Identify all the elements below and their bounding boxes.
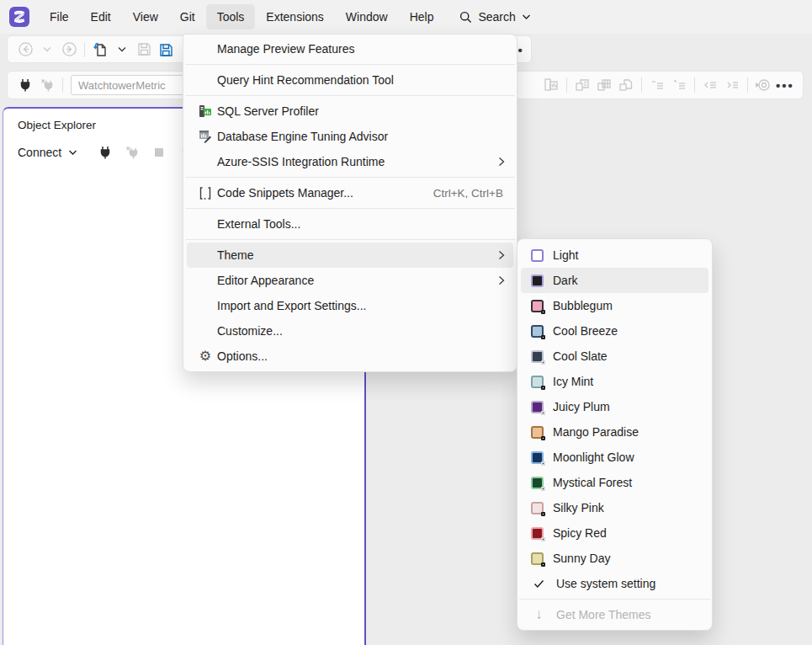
menu-item-editor-appearance[interactable]: Editor Appearance <box>187 268 513 293</box>
theme-item-moonlight-glow[interactable]: Moonlight Glow <box>521 445 709 470</box>
theme-item-mango-paradise[interactable]: Mango Paradise <box>521 419 709 445</box>
theme-item-silky-pink[interactable]: Silky Pink <box>521 495 709 520</box>
sql-profiler-icon <box>194 104 217 119</box>
theme-swatch-mango-paradise <box>531 426 544 439</box>
theme-item-dark[interactable]: Dark <box>521 268 709 293</box>
results-to-text-icon[interactable] <box>571 74 593 96</box>
theme-item-sunny-day[interactable]: Sunny Day <box>521 546 709 571</box>
menubar-item-window[interactable]: Window <box>335 4 399 29</box>
search-control[interactable]: Search <box>459 10 530 24</box>
theme-swatch-cool-breeze <box>531 325 544 338</box>
menu-item-database-engine-tuning-advisor[interactable]: Database Engine Tuning Advisor <box>187 124 513 149</box>
title-menu-bar: File Edit View Git Tools Extensions Wind… <box>0 0 812 34</box>
theme-item-spicy-red[interactable]: Spicy Red <box>521 520 709 546</box>
toolbar-overflow-button[interactable]: ••• <box>774 74 796 96</box>
oe-stop-icon[interactable] <box>148 141 170 163</box>
theme-swatch-spicy-red <box>531 527 544 540</box>
menu-item-manage-preview-features[interactable]: Manage Preview Features <box>187 36 513 61</box>
tools-menu: Manage Preview Features Query Hint Recom… <box>183 34 517 372</box>
menu-item-theme[interactable]: Theme <box>187 243 513 268</box>
increase-indent-icon[interactable] <box>721 74 743 96</box>
menu-separator <box>185 64 515 65</box>
menubar-item-help[interactable]: Help <box>399 4 445 29</box>
results-to-file-icon[interactable] <box>615 74 637 96</box>
menubar-item-view[interactable]: View <box>122 4 169 29</box>
theme-item-icy-mint[interactable]: Icy Mint <box>521 369 709 394</box>
template-parameters-icon[interactable] <box>752 74 774 96</box>
menu-separator <box>185 208 515 209</box>
theme-swatch-mystical-forest <box>531 477 544 489</box>
theme-swatch-icy-mint <box>531 376 544 388</box>
toolbar-separator <box>694 77 695 93</box>
submenu-chevron-right-icon <box>498 250 505 260</box>
theme-item-cool-breeze[interactable]: Cool Breeze <box>521 318 709 344</box>
checkmark-icon <box>531 579 547 589</box>
theme-item-bubblegum[interactable]: Bubblegum <box>521 293 709 318</box>
connect-plug-icon[interactable] <box>14 74 36 96</box>
menu-item-customize[interactable]: Customize... <box>187 318 513 344</box>
oe-disconnect-plug-icon[interactable] <box>121 141 143 163</box>
ssms-logo-icon <box>8 6 30 28</box>
menu-separator <box>185 177 515 178</box>
chevron-down-icon <box>68 149 77 156</box>
menubar-item-edit[interactable]: Edit <box>80 4 122 29</box>
back-history-chevron-icon[interactable] <box>36 39 58 61</box>
menu-separator <box>519 599 710 600</box>
theme-swatch-silky-pink <box>531 502 544 514</box>
disconnect-plug-icon[interactable] <box>36 74 58 96</box>
connect-dropdown-button[interactable]: Connect <box>18 146 77 159</box>
theme-item-light[interactable]: Light <box>521 243 709 268</box>
toolbar-separator <box>747 77 748 93</box>
theme-swatch-dark <box>531 275 544 287</box>
submenu-chevron-right-icon <box>498 275 505 285</box>
menu-item-azure-ssis-integration-runtime[interactable]: Azure-SSIS Integration Runtime <box>187 149 513 174</box>
results-to-grid-icon[interactable] <box>593 74 615 96</box>
search-chevron-down-icon <box>522 13 531 20</box>
menu-item-code-snippets-manager[interactable]: Code Snippets Manager... Ctrl+K, Ctrl+B <box>187 180 513 205</box>
theme-item-mystical-forest[interactable]: Mystical Forest <box>521 470 709 495</box>
save-button[interactable] <box>133 39 155 61</box>
theme-submenu: Light Dark Bubblegum Cool Breeze Cool Sl… <box>517 238 713 631</box>
theme-swatch-juicy-plum <box>531 401 544 413</box>
menu-item-external-tools[interactable]: External Tools... <box>187 211 513 237</box>
decrease-indent-icon[interactable] <box>699 74 721 96</box>
menubar: File Edit View Git Tools Extensions Wind… <box>39 0 444 34</box>
toolbar-separator <box>566 77 567 93</box>
uncomment-lines-icon[interactable] <box>668 74 690 96</box>
menu-separator <box>185 239 515 240</box>
toolbar-separator <box>641 77 642 93</box>
new-query-button[interactable] <box>89 39 111 61</box>
comment-lines-icon[interactable] <box>646 74 668 96</box>
execution-stats-icon[interactable] <box>540 74 562 96</box>
theme-swatch-cool-slate <box>531 350 544 363</box>
theme-item-cool-slate[interactable]: Cool Slate <box>521 344 709 369</box>
menubar-item-git[interactable]: Git <box>169 4 206 29</box>
theme-item-get-more-themes[interactable]: ↓ Get More Themes <box>521 602 709 627</box>
navigate-forward-button[interactable] <box>58 39 80 61</box>
menubar-item-file[interactable]: File <box>39 4 80 29</box>
menu-separator <box>185 95 515 96</box>
theme-item-use-system-setting[interactable]: Use system setting <box>521 571 709 596</box>
gear-icon: ⚙ <box>194 349 217 363</box>
toolbar-separator <box>62 77 63 93</box>
save-all-button[interactable] <box>155 39 177 61</box>
menu-shortcut: Ctrl+K, Ctrl+B <box>433 187 503 200</box>
menu-item-import-export-settings[interactable]: Import and Export Settings... <box>187 293 513 318</box>
menu-item-query-hint-recommendation-tool[interactable]: Query Hint Recommendation Tool <box>187 67 513 93</box>
navigate-back-button[interactable] <box>14 39 36 61</box>
menu-item-sql-server-profiler[interactable]: SQL Server Profiler <box>187 99 513 124</box>
code-snippets-icon <box>194 186 217 200</box>
theme-swatch-light <box>531 249 544 262</box>
theme-swatch-moonlight-glow <box>531 451 544 464</box>
search-icon <box>459 11 472 24</box>
submenu-chevron-right-icon <box>498 157 505 167</box>
tuning-advisor-icon <box>194 129 217 144</box>
connect-label: Connect <box>18 146 61 159</box>
menubar-item-extensions[interactable]: Extensions <box>255 4 334 29</box>
menu-item-options[interactable]: ⚙ Options... <box>187 344 513 369</box>
oe-connect-plug-icon[interactable] <box>94 141 116 163</box>
theme-item-juicy-plum[interactable]: Juicy Plum <box>521 394 709 419</box>
new-file-chevron-icon[interactable] <box>111 39 133 61</box>
menubar-item-tools[interactable]: Tools <box>206 4 256 29</box>
download-arrow-icon: ↓ <box>531 606 547 623</box>
